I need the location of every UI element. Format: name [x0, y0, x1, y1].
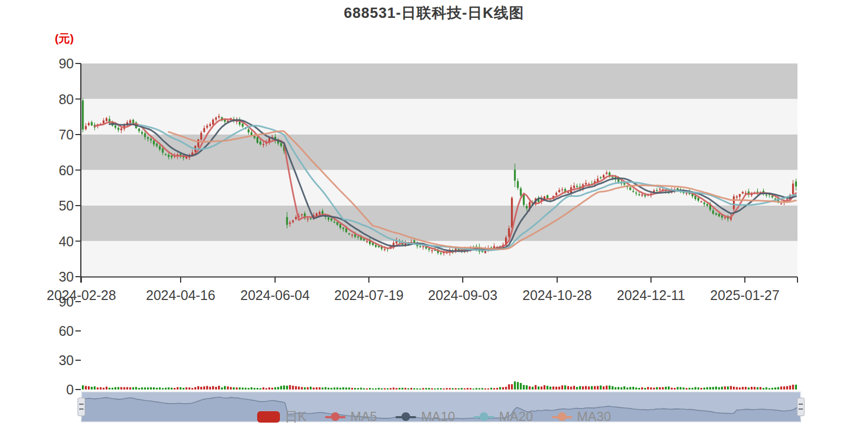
- price-axis-label: 50: [43, 199, 74, 213]
- legend-label: 日K: [285, 408, 307, 425]
- volume-axis-label: 0: [43, 383, 74, 397]
- legend-item-ma5[interactable]: MA5: [325, 409, 377, 424]
- volume-axis-label: 30: [43, 354, 74, 367]
- date-axis-label: 2024-10-28: [514, 289, 601, 302]
- legend-label: MA30: [577, 409, 611, 424]
- price-axis-label: 40: [43, 235, 74, 248]
- price-axis-label: 90: [43, 57, 74, 71]
- chart-legend: 日K MA5 MA10 MA20 MA30: [0, 408, 868, 425]
- legend-label: MA5: [350, 409, 377, 424]
- date-axis-label: 2025-01-27: [701, 289, 788, 302]
- kline-swatch-icon: [257, 411, 280, 423]
- date-axis-label: 2024-09-03: [419, 289, 506, 302]
- legend-item-ma10[interactable]: MA10: [395, 409, 455, 424]
- date-axis-label: 2024-06-04: [232, 289, 318, 302]
- ma10-swatch-icon: [395, 411, 416, 423]
- price-axis-label: 60: [43, 164, 74, 177]
- legend-item-kline[interactable]: 日K: [257, 408, 307, 425]
- price-axis-label: 30: [43, 270, 74, 284]
- ma30-swatch-icon: [552, 411, 572, 423]
- price-axis-label: 80: [43, 93, 74, 106]
- handle-grip-icon: [799, 404, 803, 405]
- price-unit-label: (元): [55, 31, 74, 46]
- price-axis-label: 70: [43, 128, 74, 142]
- ma5-swatch-icon: [325, 411, 346, 423]
- handle-grip-icon: [79, 404, 84, 405]
- kline-chart-page: 688531-日联科技-日K线图 (元) 9080706050403090603…: [0, 0, 868, 434]
- chart-title: 688531-日联科技-日K线图: [0, 3, 868, 23]
- legend-label: MA20: [499, 409, 533, 424]
- kline-chart-canvas[interactable]: [0, 0, 868, 434]
- legend-item-ma20[interactable]: MA20: [474, 409, 533, 424]
- date-axis-label: 2024-02-28: [38, 289, 125, 302]
- ma20-swatch-icon: [474, 411, 494, 423]
- date-axis-label: 2024-07-19: [326, 289, 412, 302]
- legend-item-ma30[interactable]: MA30: [552, 409, 611, 424]
- date-axis-label: 2024-12-11: [608, 289, 694, 302]
- legend-label: MA10: [421, 409, 455, 424]
- volume-axis-label: 60: [43, 324, 74, 338]
- date-axis-label: 2024-04-16: [137, 289, 224, 302]
